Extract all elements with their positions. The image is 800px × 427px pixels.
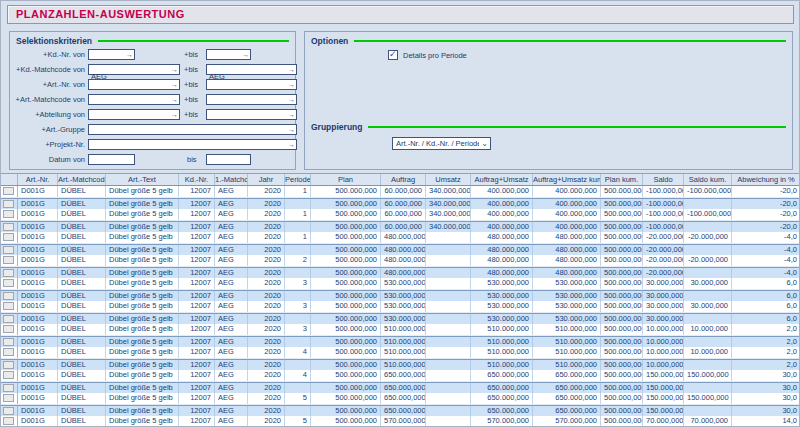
cell-kdmatchcode: AEG [215,255,248,266]
table-row-sum[interactable]: D001GDÜBELDübel größe 5 gelb12007AEG2020… [1,198,800,210]
datum-bis-input[interactable] [207,162,250,171]
cell-saldo: -100.000,000 [643,199,684,210]
column-header-auftrag-umsatz-kum[interactable]: Auftrag+Umsatz kum. [533,174,601,185]
cell-plan-kum: 500.000,000 [601,245,643,256]
row-selector[interactable] [1,245,18,256]
column-header-saldo-kum[interactable]: Saldo kum. [684,174,732,185]
cell-arttext: Dübel größe 5 gelb [106,209,179,220]
cell-auftrag-umsatz: 510.000,000 [471,324,533,335]
row-selector[interactable] [1,291,18,302]
cell-kdmatchcode: AEG [215,314,248,325]
row-selector[interactable] [1,393,18,404]
table-row-sum[interactable]: D001GDÜBELDübel größe 5 gelb12007AEG2020… [1,244,800,256]
details-pro-periode-checkbox[interactable]: ✓ [388,50,398,60]
row-selector[interactable] [1,406,18,417]
row-selector[interactable] [1,383,18,394]
table-row-sum[interactable]: D001GDÜBELDübel größe 5 gelb12007AEG2020… [1,336,800,348]
table-row[interactable]: D001GDÜBELDübel größe 5 gelb12007AEG2020… [1,255,800,267]
column-header-kdnr[interactable]: Kd.-Nr. [179,174,215,185]
row-selector[interactable] [1,360,18,371]
row-selector[interactable] [1,314,18,325]
kdmatch-bis-field-wrap: → [206,64,297,75]
cell-plan-kum: 500.000,000 [601,268,643,279]
table-row[interactable]: D001GDÜBELDübel größe 5 gelb12007AEG2020… [1,186,800,198]
cell-artmatchcode: DÜBEL [58,199,106,210]
cell-plan: 500.000,000 [311,186,381,197]
table-row[interactable]: D001GDÜBELDübel größe 5 gelb12007AEG2020… [1,393,800,405]
row-selector[interactable] [1,232,18,243]
cell-plan-kum: 500.000,000 [601,347,643,358]
table-row-sum[interactable]: D001GDÜBELDübel größe 5 gelb12007AEG2020… [1,359,800,371]
table-row-sum[interactable]: D001GDÜBELDübel größe 5 gelb12007AEG2020… [1,313,800,325]
table-row[interactable]: D001GDÜBELDübel größe 5 gelb12007AEG2020… [1,232,800,244]
cell-arttext: Dübel größe 5 gelb [106,347,179,358]
cell-artnr: D001G [18,255,58,266]
cell-periode [285,268,311,279]
table-row-sum[interactable]: D001GDÜBELDübel größe 5 gelb12007AEG2020… [1,267,800,279]
column-header-kdmatchcode[interactable]: 1.-Matchcoc [215,174,248,185]
table-row[interactable]: D001GDÜBELDübel größe 5 gelb12007AEG2020… [1,301,800,313]
cell-saldo-kum [684,360,732,371]
table-row[interactable]: D001GDÜBELDübel größe 5 gelb12007AEG2020… [1,278,800,290]
table-row-sum[interactable]: D001GDÜBELDübel größe 5 gelb12007AEG2020… [1,290,800,302]
row-selector[interactable] [1,268,18,279]
cell-abweichung: 2,0 [732,360,800,371]
cell-auftrag: 60.000,000 [381,199,426,210]
table-row-sum[interactable]: D001GDÜBELDübel größe 5 gelb12007AEG2020… [1,382,800,394]
column-header-arttext[interactable]: Art.-Text [106,174,179,185]
row-selector[interactable] [1,347,18,358]
column-header-auftrag[interactable]: Auftrag [381,174,426,185]
cell-umsatz [426,337,471,348]
row-selector[interactable] [1,301,18,312]
row-selector[interactable] [1,209,18,220]
column-header-plan-kum[interactable]: Plan kum. [601,174,643,185]
row-selector[interactable] [1,186,18,197]
cell-saldo-kum: 10.000,000 [684,324,732,335]
column-header-periode[interactable]: Periode [285,174,311,185]
column-header-artmatchcode[interactable]: Art.-Matchcode [58,174,106,185]
column-header-plan[interactable]: Plan [311,174,381,185]
cell-plan-kum: 500.000,000 [601,301,643,312]
cell-plan: 500.000,000 [311,222,381,233]
cell-kdmatchcode: AEG [215,222,248,233]
grouping-select[interactable]: Art.-Nr. / Kd.-Nr. / Periode ⌄ [392,137,491,150]
cell-abweichung: -20,0 [732,209,800,220]
column-header-saldo[interactable]: Saldo [643,174,684,185]
cell-auftrag: 650.000,000 [381,393,426,404]
table-row-sum[interactable]: D001GDÜBELDübel größe 5 gelb12007AEG2020… [1,221,800,233]
cell-plan: 500.000,000 [311,383,381,394]
cell-auftrag-umsatz-kum: 570.000,000 [533,416,601,427]
cell-umsatz [426,370,471,381]
table-row[interactable]: D001GDÜBELDübel größe 5 gelb12007AEG2020… [1,370,800,382]
table-row[interactable]: D001GDÜBELDübel größe 5 gelb12007AEG2020… [1,416,800,427]
row-selector[interactable] [1,337,18,348]
table-row[interactable]: D001GDÜBELDübel größe 5 gelb12007AEG2020… [1,324,800,336]
table-row[interactable]: D001GDÜBELDübel größe 5 gelb12007AEG2020… [1,347,800,359]
column-header-artnr[interactable]: Art.-Nr. [18,174,58,185]
cell-artmatchcode: DÜBEL [58,347,106,358]
table-row[interactable]: D001GDÜBELDübel größe 5 gelb12007AEG2020… [1,209,800,221]
cell-umsatz [426,232,471,243]
cell-umsatz [426,324,471,335]
cell-saldo: 10.000,000 [643,337,684,348]
row-selector[interactable] [1,255,18,266]
column-header-umsatz[interactable]: Umsatz [426,174,471,185]
datum-von-input[interactable] [89,162,134,171]
cell-auftrag-umsatz-kum: 400.000,000 [533,209,601,220]
row-selector[interactable] [1,370,18,381]
column-header-abweichung[interactable]: Abweichung in % [732,174,800,185]
table-row-sum[interactable]: D001GDÜBELDübel größe 5 gelb12007AEG2020… [1,405,800,417]
cell-auftrag-umsatz: 570.000,000 [471,416,533,427]
row-selector[interactable] [1,278,18,289]
row-selector[interactable] [1,222,18,233]
row-selector[interactable] [1,199,18,210]
cell-periode: 1 [285,186,311,197]
cell-jahr: 2020 [248,301,285,312]
green-divider [368,126,786,128]
row-selector[interactable] [1,324,18,335]
column-header-auftrag-umsatz[interactable]: Auftrag+Umsatz [471,174,533,185]
kdmatch-von-field-wrap: → [88,64,180,75]
row-selector[interactable] [1,416,18,427]
column-header-jahr[interactable]: Jahr [248,174,285,185]
cell-saldo-kum: 10.000,000 [684,347,732,358]
